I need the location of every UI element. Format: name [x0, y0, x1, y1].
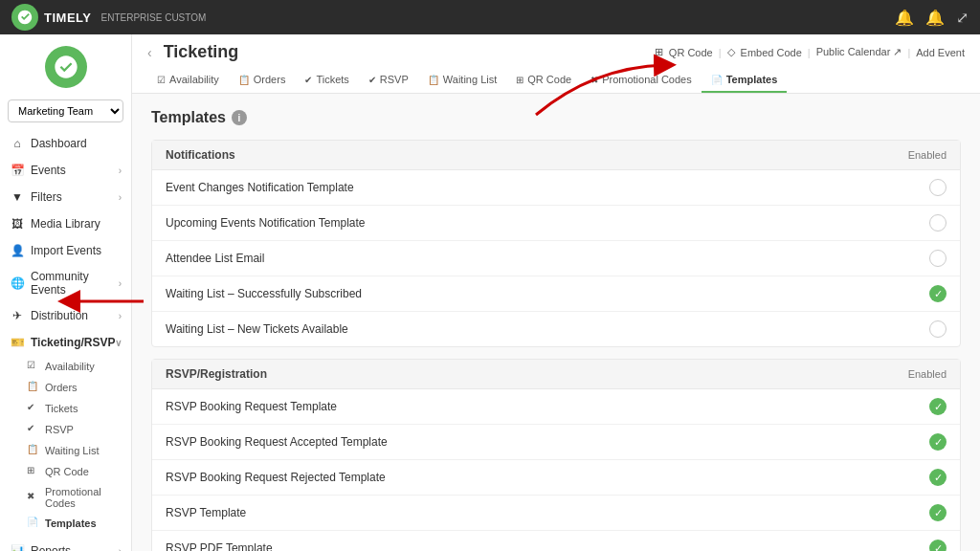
sidebar-item-label: Distribution — [31, 309, 88, 322]
expand-icon[interactable]: ⤢ — [956, 9, 969, 27]
chevron-icon: › — [119, 278, 122, 289]
team-selector[interactable]: Marketing Team — [8, 99, 123, 122]
content-area: ‹ Ticketing ⊞ QR Code | ◇ Embed Code | P… — [132, 34, 980, 551]
template-name: Attendee List Email — [166, 252, 264, 265]
sidebar-sub-tickets[interactable]: ✔ Tickets — [0, 398, 131, 419]
ticketing-icon: 🎫 — [10, 335, 25, 350]
templates-title: Templates — [151, 109, 226, 126]
notifications-section-title: Notifications — [166, 148, 235, 162]
toggle-off-icon[interactable] — [929, 179, 947, 196]
tab-promo-label: Promotional Codes — [602, 74, 692, 85]
toggle-on-icon[interactable]: ✓ — [929, 285, 947, 302]
toggle-off-icon[interactable] — [929, 320, 947, 338]
tab-templates[interactable]: 📄 Templates — [702, 68, 788, 93]
logo-icon — [11, 4, 38, 31]
sidebar-sub-promo-codes[interactable]: ✖ Promotional Codes — [0, 482, 131, 513]
toggle-off-icon[interactable] — [929, 250, 947, 267]
sidebar-item-filters[interactable]: ▼ Filters › — [0, 184, 131, 210]
embed-code-action-link[interactable]: Embed Code — [741, 47, 802, 58]
toggle-on-icon[interactable]: ✓ — [929, 398, 947, 415]
add-event-link[interactable]: Add Event — [916, 47, 965, 58]
toggle-off-icon[interactable] — [929, 214, 947, 231]
template-row[interactable]: Upcoming Events Notification Template — [152, 206, 960, 241]
sidebar-sub-waiting-list[interactable]: 📋 Waiting List — [0, 440, 131, 461]
tab-availability-label: Availability — [169, 74, 219, 85]
sidebar-logo-area — [0, 34, 131, 96]
sidebar-sub-label: Templates — [45, 518, 97, 529]
sidebar-item-label: Dashboard — [31, 137, 87, 150]
tab-qr-code[interactable]: ⊞ QR Code — [506, 68, 581, 93]
bell-icon[interactable]: 🔔 — [895, 9, 914, 27]
sidebar-sub-label: Tickets — [45, 403, 78, 414]
notification-icon[interactable]: 🔔 — [925, 9, 945, 27]
tab-waiting-label: Waiting List — [443, 74, 497, 85]
sidebar-item-label: Events — [31, 164, 66, 177]
tab-rsvp[interactable]: ✔ RSVP — [359, 68, 418, 93]
tab-waiting-list[interactable]: 📋 Waiting List — [418, 68, 506, 93]
public-calendar-link[interactable]: Public Calendar ↗ — [816, 46, 902, 58]
templates-sub-icon: 📄 — [27, 517, 40, 530]
notifications-section: Notifications Enabled Event Changes Noti… — [151, 140, 961, 347]
toggle-on-icon[interactable]: ✓ — [929, 540, 947, 551]
info-icon[interactable]: i — [232, 110, 247, 125]
sidebar-item-media-library[interactable]: 🖼 Media Library — [0, 210, 131, 237]
tab-templates-icon: 📄 — [711, 75, 723, 85]
template-row[interactable]: Event Changes Notification Template — [152, 170, 960, 206]
tab-tickets-icon: ✔ — [304, 75, 312, 85]
sidebar-sub-label: Availability — [45, 361, 95, 372]
rsvp-section-title: RSVP/Registration — [166, 367, 267, 381]
tab-rsvp-label: RSVP — [380, 74, 409, 85]
tab-availability[interactable]: ☑ Availability — [147, 68, 229, 93]
tickets-sub-icon: ✔ — [27, 402, 40, 415]
sidebar-item-import-events[interactable]: 👤 Import Events — [0, 237, 131, 264]
sidebar-sub-rsvp[interactable]: ✔ RSVP — [0, 419, 131, 440]
sidebar-sub-label: Promotional Codes — [45, 486, 122, 509]
template-row[interactable]: Waiting List – New Tickets Available — [152, 312, 960, 346]
sidebar-sub-qr-code[interactable]: ⊞ QR Code — [0, 461, 131, 482]
tab-orders[interactable]: 📋 Orders — [229, 68, 296, 93]
chevron-icon: › — [119, 311, 122, 321]
template-row[interactable]: Waiting List – Successfully Subscribed ✓ — [152, 276, 960, 312]
promo-sub-icon: ✖ — [27, 491, 40, 504]
sidebar-sub-availability[interactable]: ☑ Availability — [0, 356, 131, 377]
template-row[interactable]: RSVP Booking Request Accepted Template ✓ — [152, 425, 960, 460]
qr-sub-icon: ⊞ — [27, 465, 40, 478]
tab-tickets[interactable]: ✔ Tickets — [295, 68, 358, 93]
dashboard-icon: ⌂ — [10, 136, 25, 151]
template-row[interactable]: RSVP Template ✓ — [152, 496, 960, 531]
content-title: ‹ Ticketing — [147, 42, 238, 62]
distribution-icon: ✈ — [10, 308, 25, 323]
sidebar-item-community-events[interactable]: 🌐 Community Events › — [0, 264, 131, 302]
sidebar-item-distribution[interactable]: ✈ Distribution › — [0, 302, 131, 329]
qr-code-action-link[interactable]: QR Code — [669, 47, 713, 58]
community-icon: 🌐 — [10, 276, 25, 291]
tab-promo-icon: ✖ — [590, 75, 598, 85]
top-bar: TIMELY ENTERPRISE CUSTOM 🔔 🔔 ⤢ — [0, 0, 980, 34]
main-content: Templates i Notifications Enabled Event … — [132, 94, 980, 551]
orders-sub-icon: 📋 — [27, 381, 40, 394]
back-arrow-icon[interactable]: ‹ — [147, 45, 152, 60]
sidebar-item-ticketing[interactable]: 🎫 Ticketing/RSVP ∨ — [0, 329, 131, 356]
sidebar-sub-label: Orders — [45, 382, 78, 393]
template-row[interactable]: RSVP Booking Request Template ✓ — [152, 389, 960, 425]
tab-rsvp-icon: ✔ — [368, 75, 376, 85]
template-row[interactable]: RSVP PDF Template ✓ — [152, 531, 960, 551]
sidebar-item-dashboard[interactable]: ⌂ Dashboard — [0, 130, 131, 157]
brand-name: TIMELY — [44, 11, 91, 25]
template-row[interactable]: Attendee List Email — [152, 241, 960, 276]
rsvp-sub-icon: ✔ — [27, 423, 40, 436]
tab-tickets-label: Tickets — [316, 74, 348, 85]
toggle-on-icon[interactable]: ✓ — [929, 469, 947, 486]
template-row[interactable]: RSVP Booking Request Rejected Template ✓ — [152, 460, 960, 496]
sidebar-item-reports[interactable]: 📊 Reports › — [0, 538, 131, 551]
tab-promotional-codes[interactable]: ✖ Promotional Codes — [581, 68, 702, 93]
sidebar-item-events[interactable]: 📅 Events › — [0, 157, 131, 184]
tab-templates-label: Templates — [726, 74, 778, 85]
chevron-icon: › — [119, 165, 122, 176]
sidebar-item-label: Ticketing/RSVP — [31, 336, 115, 349]
toggle-on-icon[interactable]: ✓ — [929, 504, 947, 521]
toggle-on-icon[interactable]: ✓ — [929, 433, 947, 451]
sidebar-sub-orders[interactable]: 📋 Orders — [0, 377, 131, 398]
sidebar-sub-templates[interactable]: 📄 Templates — [0, 513, 131, 534]
sidebar-sub-label: Waiting List — [45, 445, 99, 456]
